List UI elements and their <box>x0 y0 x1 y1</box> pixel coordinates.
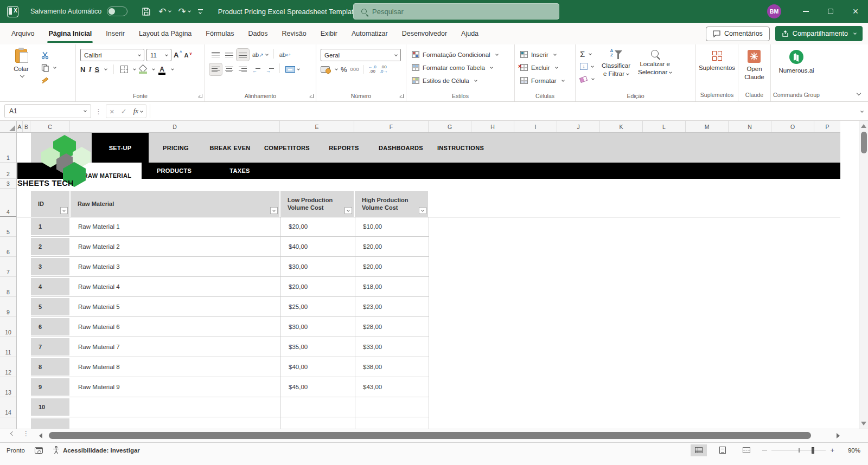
view-page-layout-button[interactable] <box>714 444 731 456</box>
borders-menu[interactable] <box>133 67 136 70</box>
cell-name[interactable]: Raw Material 3 <box>71 257 280 276</box>
numerous-ai-button[interactable]: Numerous.ai <box>778 49 814 75</box>
align-top-button[interactable] <box>209 49 222 61</box>
bold-button[interactable]: N <box>80 66 85 74</box>
formula-bar-handle[interactable]: ⋮ <box>95 107 102 115</box>
font-color-menu[interactable] <box>171 67 174 70</box>
currency-format-icon[interactable] <box>321 66 330 73</box>
tab-exibir[interactable]: Exibir <box>314 23 344 44</box>
scroll-down-icon[interactable] <box>861 422 866 425</box>
tab-taxes[interactable]: TAXES <box>207 163 273 179</box>
cell-name[interactable]: Raw Material 2 <box>71 237 280 256</box>
cancel-icon[interactable]: × <box>110 107 114 116</box>
format-painter-button[interactable] <box>41 75 56 86</box>
paste-button[interactable]: Colar <box>5 49 37 101</box>
tab-arquivo[interactable]: Arquivo <box>4 23 41 44</box>
column-header[interactable]: G <box>429 121 471 132</box>
align-right-button[interactable] <box>237 63 249 75</box>
excel-app-icon[interactable] <box>7 6 18 17</box>
column-header[interactable]: D <box>70 121 280 132</box>
cell-name[interactable]: Raw Material 1 <box>71 217 280 236</box>
cell-styles-button[interactable]: Estilos de Célula <box>412 75 514 86</box>
underline-menu[interactable] <box>104 67 107 70</box>
decrease-decimal-button[interactable]: .00.0→ <box>380 65 388 74</box>
save-icon[interactable] <box>142 7 151 16</box>
table-header-id[interactable]: ID <box>31 191 69 217</box>
column-header[interactable]: A <box>17 121 23 132</box>
cell-id[interactable]: 6 <box>31 318 69 335</box>
cell-name[interactable]: Raw Material 8 <box>71 357 280 377</box>
close-button[interactable]: × <box>843 0 868 23</box>
column-header[interactable]: H <box>471 121 514 132</box>
comma-format-button[interactable]: 000 <box>350 67 360 72</box>
cell-name[interactable]: Raw Material 7 <box>71 337 280 357</box>
document-title[interactable]: Product Pricing Excel Spreadsheet Templa… <box>218 8 365 16</box>
delete-cells-button[interactable]: Excluir <box>520 62 575 73</box>
format-as-table-button[interactable]: Formatar como Tabela <box>412 62 514 73</box>
tab-set-up[interactable]: SET-UP <box>92 133 149 163</box>
cell-high-cost[interactable]: $38,00 <box>355 357 429 377</box>
maximize-button[interactable] <box>818 0 843 23</box>
row-header[interactable]: 6 <box>0 237 16 257</box>
row-header[interactable]: 2 <box>0 163 16 179</box>
scroll-right-icon[interactable] <box>837 433 840 438</box>
cell-id[interactable]: 5 <box>31 298 69 315</box>
table-header-high-cost[interactable]: High Production Volume Cost <box>355 191 428 217</box>
row-header[interactable]: 9 <box>0 297 16 317</box>
column-header[interactable]: P <box>814 121 840 132</box>
format-cells-button[interactable]: Formatar <box>520 75 575 86</box>
align-middle-button[interactable] <box>223 49 235 61</box>
cell-id[interactable]: 4 <box>31 278 69 295</box>
number-format-select[interactable]: Geral <box>321 49 401 61</box>
column-header[interactable]: F <box>354 121 429 132</box>
name-box[interactable]: A1 <box>4 104 91 118</box>
autosum-button[interactable]: Σ <box>580 49 594 59</box>
orientation-button[interactable]: ab↗ <box>250 49 270 61</box>
collapse-ribbon-icon[interactable] <box>857 91 861 95</box>
copy-button[interactable] <box>41 62 56 73</box>
expand-formula-bar-icon[interactable] <box>854 107 868 115</box>
fill-button[interactable]: ↓ <box>580 61 594 72</box>
autosave-toggle[interactable] <box>107 7 127 16</box>
share-button[interactable]: Compartilhamento <box>775 26 863 41</box>
search-input[interactable]: Pesquisar <box>353 3 559 20</box>
table-header-low-cost[interactable]: Low Production Volume Cost <box>280 191 354 217</box>
accessibility-status[interactable]: Acessibilidade: investigar <box>53 446 140 454</box>
customize-qat-icon[interactable] <box>198 9 203 14</box>
addins-button[interactable]: Suplementos <box>699 49 735 72</box>
cell-id[interactable] <box>31 418 69 429</box>
increase-decimal-button[interactable]: ←.0.00 <box>368 65 376 74</box>
cell-high-cost[interactable] <box>355 397 429 417</box>
horizontal-scroll-thumb[interactable] <box>49 432 811 439</box>
conditional-formatting-button[interactable]: Formatação Condicional <box>412 49 514 60</box>
filter-icon[interactable] <box>60 207 68 214</box>
avatar[interactable]: BM <box>767 4 781 18</box>
sheet-nav-left-icon[interactable] <box>10 431 15 436</box>
zoom-out-icon[interactable] <box>762 450 767 451</box>
merge-center-button[interactable] <box>283 63 302 75</box>
tab-desenvolvedor[interactable]: Desenvolvedor <box>395 23 454 44</box>
font-color-icon[interactable]: A <box>158 67 166 73</box>
cell-name[interactable]: Raw Material 9 <box>71 377 280 397</box>
row-header[interactable]: 13 <box>0 377 16 397</box>
cell-high-cost[interactable]: $28,00 <box>355 317 429 337</box>
tab-products[interactable]: PRODUCTS <box>142 163 207 179</box>
undo-button[interactable]: ↶ <box>158 6 170 17</box>
tab-automatizar[interactable]: Automatizar <box>344 23 395 44</box>
row-header[interactable]: 8 <box>0 277 16 297</box>
row-header[interactable]: 1 <box>0 133 16 163</box>
tab-ajuda[interactable]: Ajuda <box>454 23 486 44</box>
cell-name[interactable]: Raw Material 6 <box>71 317 280 337</box>
column-header[interactable]: M <box>686 121 729 132</box>
redo-button[interactable]: ↷ <box>178 6 190 17</box>
tab-pagina-inicial[interactable]: Página Inicial <box>41 23 99 44</box>
column-header[interactable]: L <box>643 121 686 132</box>
increase-indent-button[interactable]: → <box>264 63 276 75</box>
cell-low-cost[interactable]: $30,00 <box>280 257 355 276</box>
cell-high-cost[interactable]: $23,00 <box>355 297 429 317</box>
font-dialog-launcher[interactable] <box>199 94 202 98</box>
column-header[interactable]: O <box>771 121 814 132</box>
sheet-tabs-menu-icon[interactable]: ⋮ <box>23 432 29 435</box>
enter-icon[interactable]: ✓ <box>121 107 127 115</box>
tab-pricing[interactable]: PRICING <box>149 133 203 163</box>
